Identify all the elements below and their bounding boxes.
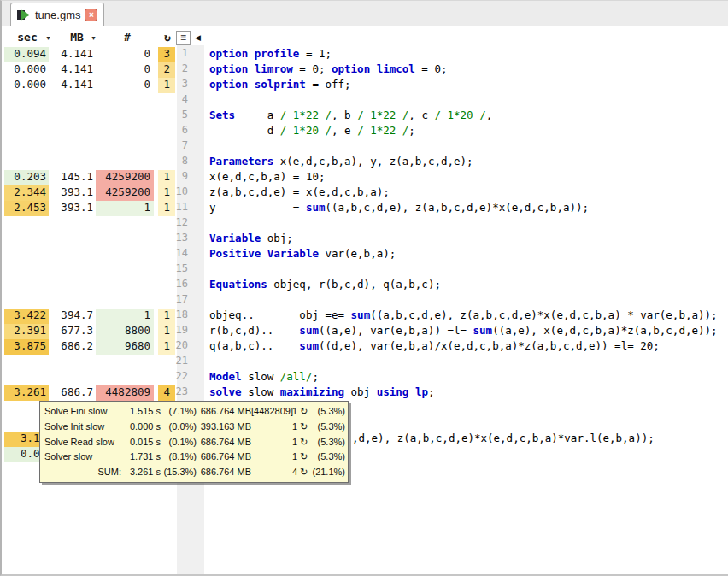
code-token: , c bbox=[408, 109, 434, 121]
tooltip-time-percent: (7.1%) bbox=[161, 404, 197, 420]
code-token: option bbox=[209, 78, 248, 91]
line-number-11: 11 bbox=[161, 201, 188, 216]
code-token: solve bbox=[209, 385, 242, 398]
code-line-9: x(e,d,c,b,a) = 10; bbox=[209, 170, 325, 185]
tooltip-row: Solve Fini slow1.515 s(7.1%)686.764 MB[4… bbox=[44, 404, 343, 420]
sec-cell-line-20: 3.875 bbox=[4, 339, 49, 355]
code-token: = 0; bbox=[293, 62, 332, 75]
profile-tooltip: Solve Fini slow1.515 s(7.1%)686.764 MB[4… bbox=[39, 401, 349, 483]
code-line-18: objeq.. obj =e= sum((a,b,c,d,e), z(a,b,c… bbox=[209, 309, 718, 324]
code-line-13: Variable obj; bbox=[209, 232, 293, 247]
code-token: slow bbox=[242, 370, 280, 383]
code-line-19: r(b,c,d).. sum((a,e), var(e,b,a)) =l= su… bbox=[209, 324, 718, 339]
hamburger-icon: ≡ bbox=[180, 32, 186, 44]
tooltip-loops-percent: (5.3%) bbox=[308, 450, 345, 465]
code-token: = off; bbox=[306, 78, 351, 91]
count-cell-line-2: 0 bbox=[96, 62, 154, 78]
code-line-14: Positive Variable var(e,b,a); bbox=[209, 247, 396, 262]
code-token: profile bbox=[255, 47, 300, 60]
code-token: Model bbox=[209, 370, 242, 383]
tooltip-row: Solve Init slow0.000 s(0.0%)393.163 MB1 … bbox=[44, 420, 343, 435]
tooltip-memory: 686.764 MB bbox=[197, 404, 251, 420]
code-line-26: ,d,e), z(a,b,c,d,e)*x(e,d,c,b,a)*var.l(e… bbox=[352, 432, 655, 447]
code-line-22: Model slow /all/; bbox=[209, 370, 319, 385]
tooltip-loops-percent: (5.3%) bbox=[308, 420, 345, 435]
count-cell-line-23: 4482809 bbox=[96, 385, 154, 401]
code-token: q(a,b,c).. bbox=[209, 339, 299, 352]
code-token: d bbox=[209, 124, 280, 137]
code-token: a bbox=[235, 109, 280, 121]
code-line-5: Sets a / 1*22 /, b / 1*22 /, c / 1*20 /, bbox=[209, 109, 492, 124]
tab-tune-gms[interactable]: tune.gms × bbox=[10, 3, 104, 26]
tooltip-count bbox=[251, 420, 292, 435]
line-number-19: 19 bbox=[161, 324, 188, 339]
code-token: , e bbox=[332, 124, 357, 137]
code-token bbox=[248, 47, 255, 60]
sec-cell-line-23: 3.261 bbox=[4, 385, 49, 401]
mb-cell-line-9: 145.1 bbox=[51, 170, 94, 185]
code-token: sum bbox=[473, 324, 493, 337]
code-token: Sets bbox=[209, 109, 235, 121]
code-token: sum bbox=[299, 324, 319, 337]
count-cell-line-20: 9680 bbox=[96, 339, 154, 355]
column-header-mb[interactable]: MB bbox=[60, 30, 94, 45]
code-token: ,d,e), z(a,b,c,d,e)*x(e,d,c,b,a)*var.l(e… bbox=[352, 432, 655, 444]
code-token: objeq.. obj =e= bbox=[209, 309, 351, 321]
line-number-14: 14 bbox=[161, 247, 188, 262]
tooltip-loops: 1 ↻ bbox=[292, 435, 308, 450]
tooltip-memory: 393.163 MB bbox=[197, 420, 251, 435]
mb-cell-line-10: 393.1 bbox=[51, 185, 94, 201]
code-token: ((a,b,c,d,e), z(a,b,c,d,e)*x(e,d,c,b,a) … bbox=[370, 309, 717, 321]
code-token: sum bbox=[299, 339, 319, 352]
tooltip-count: [4482809] bbox=[251, 404, 292, 420]
tooltip-count bbox=[251, 435, 292, 450]
tooltip-time-percent: (0.0%) bbox=[161, 420, 197, 435]
line-number-2: 2 bbox=[161, 62, 188, 78]
mb-cell-line-20: 686.2 bbox=[51, 339, 94, 355]
loop-count-icon[interactable]: ↻ bbox=[160, 30, 175, 45]
code-token: / 1*22 / bbox=[357, 124, 408, 137]
code-token: limcol bbox=[377, 62, 415, 75]
tab-close-icon[interactable]: × bbox=[85, 9, 97, 21]
mb-sort-dropdown-icon[interactable]: ▼ bbox=[91, 34, 97, 43]
line-number-10: 10 bbox=[161, 185, 188, 201]
count-cell-line-3: 0 bbox=[96, 78, 154, 93]
line-number-6: 6 bbox=[161, 124, 188, 139]
tooltip-memory: 686.764 MB bbox=[197, 465, 251, 480]
count-cell-line-10: 4259200 bbox=[96, 185, 154, 201]
tooltip-loops: 1 ↻ bbox=[292, 420, 308, 435]
code-token: x(e,d,c,b,a) = 10; bbox=[209, 170, 325, 183]
line-number-3: 3 bbox=[161, 78, 188, 93]
code-token: = 0; bbox=[415, 62, 448, 75]
code-token: / 1*20 / bbox=[434, 109, 485, 121]
profiler-menu-button[interactable]: ≡ bbox=[176, 31, 191, 45]
code-line-11: y = sum((a,b,c,d,e), z(a,b,c,d,e)*x(e,d,… bbox=[209, 201, 589, 216]
tooltip-row: Solve Read slow0.015 s(0.1%)686.764 MB1 … bbox=[44, 435, 343, 450]
line-number-4: 4 bbox=[161, 93, 188, 109]
tooltip-count bbox=[251, 465, 292, 480]
gams-studio-window: tune.gms × sec ▼ MB ▼ # ↻ ≡ ◀ 0.0944.141… bbox=[0, 0, 728, 576]
code-token: /all/ bbox=[280, 370, 313, 383]
code-token: Parameters bbox=[209, 155, 273, 168]
mb-cell-line-1: 4.141 bbox=[51, 47, 94, 62]
tooltip-loops: 1 ↻ bbox=[292, 404, 308, 420]
tooltip-time-percent: (0.1%) bbox=[161, 435, 197, 450]
tooltip-time: 1.731 s bbox=[121, 450, 161, 465]
line-number-8: 8 bbox=[161, 155, 188, 170]
code-token: = 1; bbox=[299, 47, 332, 60]
column-header-count[interactable]: # bbox=[120, 30, 134, 45]
code-token: / 1*20 / bbox=[280, 124, 332, 137]
line-number-7: 7 bbox=[161, 139, 188, 155]
code-line-1: option profile = 1; bbox=[209, 47, 332, 62]
tooltip-count bbox=[251, 450, 292, 465]
line-number-16: 16 bbox=[161, 278, 188, 293]
tooltip-row: SUM:3.261 s(15.3%)686.764 MB4 ↻(21.1%) bbox=[44, 465, 343, 480]
code-token: Positive Variable bbox=[209, 247, 319, 260]
column-header-sec[interactable]: sec bbox=[10, 30, 44, 45]
tooltip-loops-percent: (21.1%) bbox=[308, 465, 345, 480]
collapse-panel-icon[interactable]: ◀ bbox=[195, 33, 201, 42]
code-line-10: z(a,b,c,d,e) = x(e,d,c,b,a); bbox=[209, 185, 390, 201]
code-token bbox=[248, 78, 255, 91]
sec-sort-dropdown-icon[interactable]: ▼ bbox=[45, 34, 51, 43]
code-token: sum bbox=[306, 201, 326, 214]
